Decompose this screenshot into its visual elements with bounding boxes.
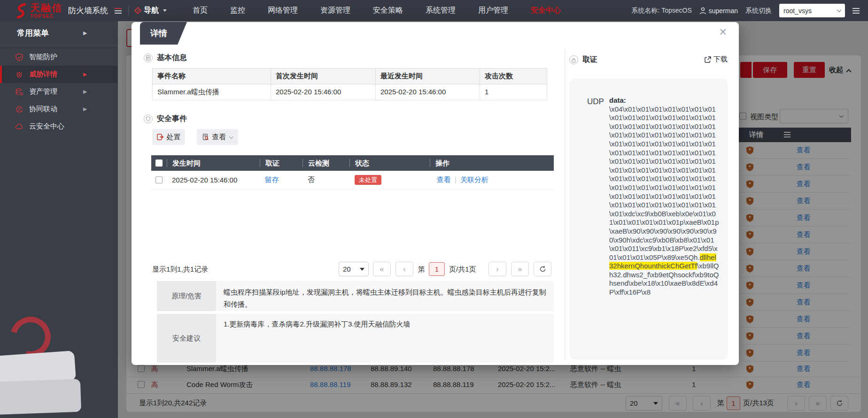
page-prefix: 第 xyxy=(418,265,425,274)
chevron-down-icon xyxy=(837,8,842,12)
col-header: 操作 xyxy=(430,159,554,167)
last-time: 2025-02-20 15:46:00 xyxy=(376,84,480,100)
cloud-detect-value: 否 xyxy=(302,175,349,184)
chevron-down-icon xyxy=(229,134,233,139)
menu-item-home[interactable]: 首页 xyxy=(193,6,208,15)
sidebar-section-header[interactable]: 常用菜单 ▶ xyxy=(0,21,118,46)
first-page-button[interactable]: « xyxy=(373,262,391,276)
vsys-value: root_vsys xyxy=(783,7,812,15)
sidebar: 常用菜单 ▶ 智能防护 威胁详情 ▶ 资产管理 ▶ 协同联动 ▶ 云安全中心 xyxy=(0,21,118,418)
first-time: 2025-02-20 15:46:00 xyxy=(271,84,376,100)
nav-label: 导航 xyxy=(144,6,159,15)
event-name: Slammer.a蠕虫传播 xyxy=(152,84,271,100)
sidebar-item-label: 威胁详情 xyxy=(29,70,57,79)
nav-dropdown[interactable]: 导航 xyxy=(135,6,167,15)
attack-count: 1 xyxy=(480,84,547,100)
last-page-button[interactable]: » xyxy=(511,262,529,276)
protocol-label: UDP xyxy=(587,97,604,106)
refresh-button[interactable] xyxy=(534,262,551,276)
modal-title-tab: 详情 xyxy=(140,22,187,45)
col-header: 发生时间 xyxy=(167,159,260,167)
close-icon[interactable]: × xyxy=(719,26,727,38)
user-icon xyxy=(699,7,706,15)
username: superman xyxy=(709,7,738,15)
download-link[interactable]: 下载 xyxy=(705,55,728,64)
system-name-label: 系统名称: TopsecOS xyxy=(631,7,691,15)
col-header: 最近发生时间 xyxy=(376,68,480,84)
status-badge: 未处置 xyxy=(355,175,381,185)
sidebar-item-smart-protect[interactable]: 智能防护 xyxy=(0,48,118,66)
principle-block: 原理/危害 蠕虫程序扫描某段ip地址，发现漏洞主机，将蠕虫主体迁移到目标主机。蠕… xyxy=(157,281,554,311)
vsys-select[interactable]: root_vsys xyxy=(779,4,845,17)
caret-down-icon xyxy=(163,9,167,12)
prev-page-button[interactable]: ‹ xyxy=(395,262,413,276)
user-account[interactable]: superman xyxy=(699,7,738,15)
next-page-button[interactable]: › xyxy=(488,262,506,276)
select-arrow-icon xyxy=(360,268,364,271)
modal-pagination: 显示1到1,共1记录 20 « ‹ 第 1 页/共1页 › » xyxy=(132,260,554,279)
pages-total-label: 页/共1页 xyxy=(449,265,476,274)
brand-logo: 天融信 TOPSEC 防火墙系统 xyxy=(13,3,108,19)
cloud-icon xyxy=(15,122,23,131)
logo-swirl-icon xyxy=(13,3,28,19)
view-dropdown-button[interactable]: 查看 xyxy=(197,129,238,145)
packet-data: data: \x04\x01\x01\x01\x01\x01\x01\x01\x… xyxy=(609,96,719,297)
col-header: 取证 xyxy=(260,159,302,167)
detail-modal: 详情 × 基本信息 事件名称 首次发生时间 最近发生时间 攻击次数 Slamme… xyxy=(132,22,739,365)
sidebar-item-asset-mgmt[interactable]: 资产管理 ▶ xyxy=(0,83,118,100)
basic-info-table: 事件名称 首次发生时间 最近发生时间 攻击次数 Slammer.a蠕虫传播 20… xyxy=(152,68,547,100)
sidebar-item-threat-detail[interactable]: 威胁详情 ▶ xyxy=(0,66,118,83)
database-gear-icon xyxy=(15,88,23,96)
app-window: 天融信 TOPSEC 防火墙系统 导航 首页 监控 网络管理 资源管理 安全策略… xyxy=(0,0,868,418)
row-checkbox[interactable] xyxy=(155,176,163,183)
forensics-section-header: 取证 xyxy=(569,55,597,65)
logo-text-en: TOPSEC xyxy=(30,14,62,19)
list-menu-icon[interactable] xyxy=(852,7,860,15)
nav-diamond-icon xyxy=(134,7,142,15)
menu-item-policy[interactable]: 安全策略 xyxy=(373,6,403,15)
advice-label: 安全建议 xyxy=(157,314,216,363)
arrow-right-icon: ▶ xyxy=(83,106,87,112)
current-page: 1 xyxy=(435,265,439,273)
arrow-right-icon: ▶ xyxy=(83,71,87,77)
divider: | xyxy=(455,175,457,183)
sidebar-item-cloud-security[interactable]: 云安全中心 xyxy=(0,118,118,135)
advice-text: 1.更新病毒库，查杀病毒2.升级漏洞补丁3.使用天融信防火墙 xyxy=(216,314,554,363)
col-header: 云检测 xyxy=(302,159,349,167)
menu-item-monitor[interactable]: 监控 xyxy=(230,6,245,15)
sidebar-item-label: 智能防护 xyxy=(29,53,57,61)
principle-label: 原理/危害 xyxy=(157,281,216,311)
dispose-button[interactable]: 处置 xyxy=(152,129,185,145)
sidebar-item-coordination[interactable]: 协同联动 ▶ xyxy=(0,100,118,118)
correlation-link[interactable]: 关联分析 xyxy=(460,175,488,183)
menu-item-security-center[interactable]: 安全中心 xyxy=(531,6,561,15)
col-header: 首次发生时间 xyxy=(271,68,376,84)
mascot-graphic xyxy=(0,317,90,418)
payload-text: \x04\x01\x01\x01\x01\x01\x01\x01\x01\x01… xyxy=(609,105,719,261)
section-title: 取证 xyxy=(582,55,597,65)
dispose-label: 处置 xyxy=(167,133,181,142)
record-summary: 显示1到1,共1记录 xyxy=(152,265,208,274)
current-page-box[interactable]: 1 xyxy=(429,262,445,276)
menu-toggle-icon[interactable] xyxy=(115,7,122,15)
principle-text: 蠕虫程序扫描某段ip地址，发现漏洞主机，将蠕虫主体迁移到目标主机。蠕虫感染目标主… xyxy=(216,281,554,311)
page-size-select[interactable]: 20 xyxy=(339,262,369,276)
table-row: 2025-02-20 15:46:00 留存 否 未处置 查看|关联分析 xyxy=(151,171,554,190)
download-icon xyxy=(705,56,711,63)
security-events-table: 发生时间 取证 云检测 状态 操作 2025-02-20 15:46:00 留存… xyxy=(151,155,554,190)
view-link[interactable]: 查看 xyxy=(437,175,451,183)
download-label: 下载 xyxy=(713,55,728,64)
product-name: 防火墙系统 xyxy=(68,5,108,16)
sidebar-item-label: 云安全中心 xyxy=(29,122,64,131)
divider xyxy=(565,49,565,360)
sidebar-item-label: 协同联动 xyxy=(29,105,57,114)
shield-circle-icon xyxy=(144,114,153,123)
menu-item-system[interactable]: 系统管理 xyxy=(426,6,456,15)
logo-text-cn: 天融信 xyxy=(30,3,62,13)
section-title: 基本信息 xyxy=(157,53,187,63)
menu-item-network[interactable]: 网络管理 xyxy=(268,6,298,15)
menu-item-resource[interactable]: 资源管理 xyxy=(320,6,350,15)
forensic-link[interactable]: 留存 xyxy=(265,175,279,183)
menu-item-user[interactable]: 用户管理 xyxy=(478,6,508,15)
select-all-checkbox[interactable] xyxy=(155,160,163,167)
